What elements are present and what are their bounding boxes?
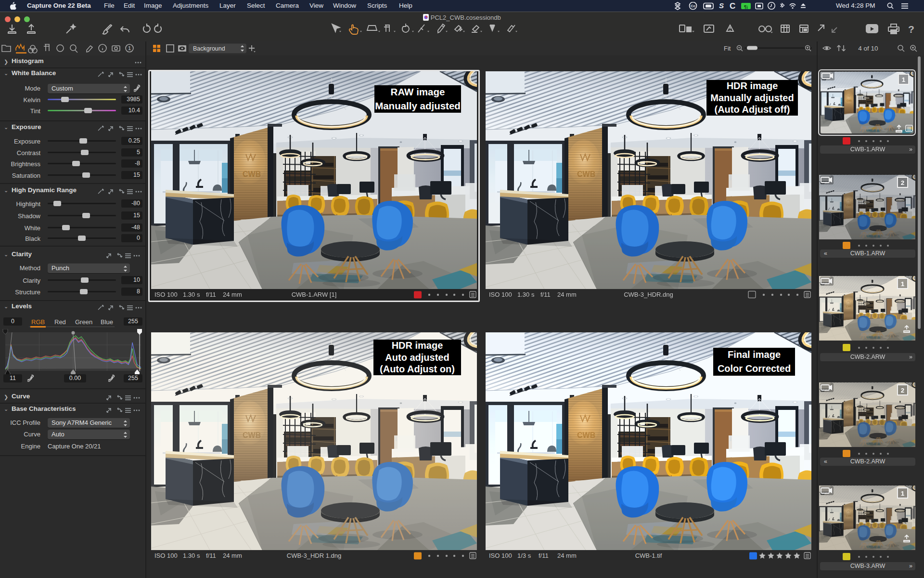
svg-text:C: C — [730, 2, 735, 10]
svg-text:1: 1 — [128, 46, 131, 51]
svg-text:Background: Background — [193, 45, 225, 52]
svg-text:Fit: Fit — [724, 45, 731, 52]
svg-text:1: 1 — [901, 280, 905, 288]
svg-text:1: 1 — [902, 76, 906, 83]
svg-text:¶¡: ¶¡ — [744, 4, 748, 9]
svg-text:Cc: Cc — [691, 4, 696, 8]
svg-text:S: S — [719, 2, 724, 10]
svg-text:2: 2 — [901, 387, 905, 394]
svg-text:4 of 10: 4 of 10 — [858, 45, 878, 52]
svg-text:2: 2 — [901, 179, 905, 186]
svg-text:1: 1 — [901, 490, 905, 497]
svg-text:?: ? — [908, 24, 914, 35]
